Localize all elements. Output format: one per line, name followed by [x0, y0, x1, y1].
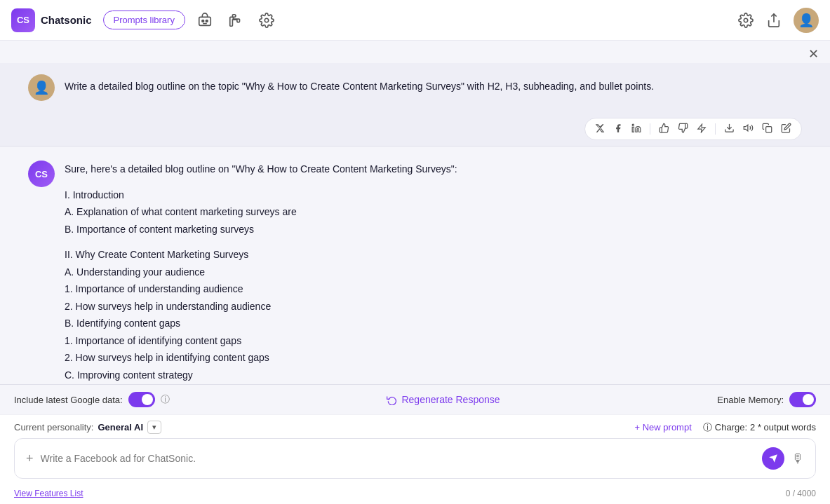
bot-icon[interactable]	[196, 12, 213, 29]
input-box: + 🎙	[14, 438, 816, 479]
outline-line-11: C. Improving content strategy	[65, 367, 457, 384]
new-prompt-button[interactable]: + New prompt	[635, 422, 692, 433]
download-icon[interactable]	[724, 123, 735, 135]
ai-message-content: Sure, here's a detailed blog outline on …	[65, 161, 457, 383]
svg-point-3	[265, 18, 269, 22]
outline-line-2: A. Explanation of what content marketing…	[65, 203, 457, 221]
svg-point-1	[202, 20, 204, 22]
input-toolbar-right: + New prompt ⓘ Charge: 2 * output words	[635, 421, 817, 434]
chat-input[interactable]	[41, 453, 755, 464]
google-data-label: Include latest Google data:	[14, 395, 123, 405]
send-button[interactable]	[762, 447, 784, 470]
personality-dropdown[interactable]: ▾	[147, 421, 161, 434]
attach-icon[interactable]: +	[26, 451, 34, 466]
memory-label: Enable Memory:	[717, 395, 784, 405]
action-toolbar	[0, 112, 830, 147]
footer: View Features List 0 / 4000	[0, 486, 830, 504]
memory-control: Enable Memory:	[717, 392, 816, 407]
volume-icon[interactable]	[743, 123, 754, 135]
charge-value: 2 * output words	[750, 422, 816, 433]
outline-line-1: I. Introduction	[65, 186, 457, 204]
user-message-text: Write a detailed blog outline on the top…	[65, 74, 654, 94]
main-content: ✕ 👤 Write a detailed blog outline on the…	[0, 41, 830, 504]
char-count: 0 / 4000	[786, 489, 816, 498]
outline-line-4: II. Why Create Content Marketing Surveys	[65, 246, 457, 264]
header: CS Chatsonic Prompts library	[0, 0, 830, 41]
thumbs-down-icon[interactable]	[678, 123, 688, 135]
twitter-icon[interactable]	[595, 123, 605, 135]
lightning-icon[interactable]	[697, 123, 707, 135]
edit-icon[interactable]	[781, 123, 791, 135]
thumbs-up-icon[interactable]	[659, 123, 669, 135]
outline-line-5: A. Understanding your audience	[65, 264, 457, 281]
outline-line-7: 2. How surveys help in understanding aud…	[65, 298, 457, 315]
settings2-icon[interactable]	[737, 12, 754, 29]
mic-icon[interactable]: 🎙	[791, 451, 804, 466]
svg-point-7	[632, 124, 634, 125]
logo-text: Chatsonic	[41, 14, 92, 26]
outline-line-6: 1. Importance of understanding audience	[65, 280, 457, 298]
outline-line-3: B. Importance of content marketing surve…	[65, 221, 457, 238]
logo-area: CS Chatsonic	[11, 8, 92, 32]
google-data-control: Include latest Google data: ⓘ	[14, 392, 170, 407]
input-toolbar: Current personality: General AI ▾ + New …	[0, 414, 830, 438]
logo-icon: CS	[11, 8, 35, 32]
outline-line-9: 1. Importance of identifying content gap…	[65, 332, 457, 350]
header-right: 👤	[737, 8, 819, 33]
personality-selector: Current personality: General AI ▾	[14, 421, 161, 434]
header-icons	[196, 12, 275, 29]
memory-toggle[interactable]	[789, 392, 816, 407]
user-message: 👤 Write a detailed blog outline on the t…	[0, 63, 830, 112]
charge-info-icon: ⓘ	[703, 421, 712, 434]
ai-message: CS Sure, here's a detailed blog outline …	[0, 147, 830, 384]
bottom-area: Include latest Google data: ⓘ Regenerate…	[0, 384, 830, 504]
view-features-link[interactable]: View Features List	[14, 489, 83, 498]
outline-line-10: 2. How surveys help in identifying conte…	[65, 349, 457, 367]
outline-line-8: B. Identifying content gaps	[65, 315, 457, 332]
settings-icon[interactable]	[258, 12, 275, 29]
ai-avatar: CS	[28, 161, 55, 187]
svg-point-4	[744, 18, 748, 22]
share-icon[interactable]	[765, 12, 782, 29]
svg-marker-10	[744, 125, 748, 131]
user-avatar: 👤	[28, 74, 55, 101]
bottom-controls: Include latest Google data: ⓘ Regenerate…	[0, 385, 830, 414]
svg-point-2	[206, 20, 208, 22]
avatar[interactable]: 👤	[794, 8, 819, 33]
close-bar: ✕	[0, 41, 830, 63]
regenerate-button[interactable]: Regenerate Response	[387, 394, 500, 405]
svg-rect-0	[199, 17, 211, 25]
personality-label: Current personality:	[14, 422, 93, 433]
linkedin-icon[interactable]	[631, 123, 641, 135]
charge-info: ⓘ Charge: 2 * output words	[703, 421, 816, 434]
personality-value: General AI	[98, 422, 143, 433]
facebook-icon[interactable]	[613, 123, 623, 135]
copy-icon[interactable]	[762, 123, 772, 135]
google-data-toggle[interactable]	[128, 392, 155, 407]
svg-rect-11	[766, 127, 772, 132]
svg-rect-6	[632, 127, 634, 132]
toolbar-icons	[584, 118, 802, 140]
ai-response-title: Sure, here's a detailed blog outline on …	[65, 161, 457, 178]
prompts-library-button[interactable]: Prompts library	[103, 11, 185, 29]
svg-marker-8	[698, 124, 706, 132]
close-button[interactable]: ✕	[808, 48, 819, 60]
puzzle-icon[interactable]	[227, 12, 244, 29]
google-data-info-icon[interactable]: ⓘ	[161, 393, 170, 406]
ai-response-body: I. Introduction A. Explanation of what c…	[65, 186, 457, 384]
charge-label: Charge:	[715, 422, 747, 433]
